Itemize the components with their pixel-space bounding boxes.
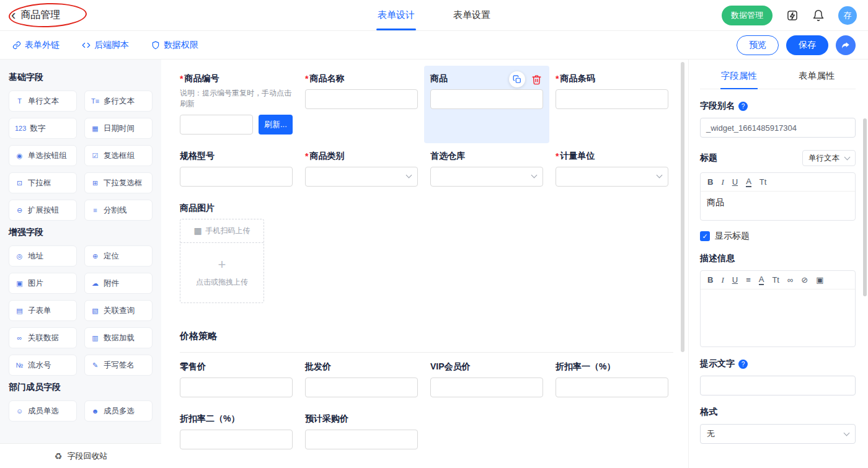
field-item-multi-line-text[interactable]: T≡多行文本 (84, 91, 153, 112)
font-color-icon[interactable]: A (759, 275, 764, 285)
widget-product-name[interactable]: *商品名称 (299, 66, 424, 143)
save-button[interactable]: 保存 (786, 35, 828, 55)
unlink-icon[interactable]: ⊘ (801, 276, 808, 284)
bold-icon[interactable]: B (707, 276, 713, 284)
widget-product-code[interactable]: *商品编号 说明：提示编号重复时，手动点击刷新 刷新... (174, 66, 299, 143)
format-select[interactable]: 无 (700, 424, 856, 444)
widget-product-image[interactable]: 商品图片 ▦ 手机扫码上传 + 点击或拖拽上传 (174, 195, 299, 312)
field-item-linked-data[interactable]: ∞关联数据 (9, 327, 77, 348)
refresh-button[interactable]: 刷新... (259, 115, 293, 135)
field-item-divider[interactable]: ≡分割线 (84, 200, 153, 221)
widget-wholesale-price[interactable]: 批发价 (299, 354, 424, 406)
vip-price-input[interactable] (430, 377, 543, 397)
help-icon[interactable]: ? (738, 102, 748, 111)
field-item-number[interactable]: 123数字 (9, 118, 77, 139)
field-item-serial-number[interactable]: №流水号 (9, 355, 77, 376)
hint-input[interactable] (700, 376, 856, 395)
scan-upload-button[interactable]: ▦ 手机扫码上传 (180, 219, 264, 243)
tab-form-settings[interactable]: 表单设置 (453, 0, 490, 30)
help-icon[interactable]: ? (738, 360, 748, 369)
widget-product-barcode[interactable]: *商品条码 (549, 66, 675, 143)
field-item-address[interactable]: ◎地址 (9, 245, 77, 267)
widget-type-select[interactable]: 单行文本 (802, 150, 856, 166)
automation-icon[interactable] (786, 9, 799, 22)
product-code-input[interactable] (180, 115, 253, 135)
field-item-location[interactable]: ⊕定位 (84, 245, 153, 267)
click-upload-button[interactable]: + 点击或拖拽上传 (180, 243, 264, 302)
widget-preferred-warehouse[interactable]: 首选仓库 (424, 143, 549, 195)
backend-script-link[interactable]: 后端脚本 (82, 40, 129, 51)
widget-discount-rate-1[interactable]: 折扣率一（%） (549, 354, 675, 406)
data-permission-link[interactable]: 数据权限 (151, 40, 198, 51)
font-size-icon[interactable]: Tt (772, 276, 779, 284)
field-item-signature[interactable]: ✎手写签名 (84, 355, 153, 376)
underline-icon[interactable]: U (732, 276, 738, 284)
field-item-extend-button[interactable]: ⊖扩展按钮 (9, 200, 77, 221)
product-category-select[interactable] (305, 167, 418, 187)
form-external-link[interactable]: 表单外链 (12, 40, 60, 51)
canvas-scrollbar[interactable] (681, 62, 684, 352)
field-item-single-line-text[interactable]: T单行文本 (9, 91, 77, 112)
field-item-linked-query[interactable]: ▧关联查询 (84, 300, 153, 321)
spec-model-input[interactable] (180, 167, 293, 187)
canvas-row-2: 规格型号 *商品类别 首选仓库 *计量单位 (174, 143, 676, 195)
field-item-subform[interactable]: ▤子表单 (9, 300, 77, 321)
preview-button[interactable]: 预览 (737, 35, 779, 55)
widget-product-selected[interactable]: 商品 (424, 66, 549, 143)
price-section[interactable]: 价格策略 (174, 330, 676, 342)
copy-widget-button[interactable] (509, 71, 525, 87)
tab-form-properties[interactable]: 表单属性 (778, 63, 856, 89)
back-icon[interactable]: ‹ (11, 9, 16, 22)
retail-price-input[interactable] (180, 377, 293, 397)
field-item-member-single[interactable]: ☺成员单选 (9, 400, 77, 422)
underline-icon[interactable]: U (732, 178, 738, 186)
wholesale-price-input[interactable] (305, 377, 418, 397)
widget-retail-price[interactable]: 零售价 (174, 354, 299, 406)
insert-image-icon[interactable]: ▣ (816, 276, 823, 284)
alias-input[interactable]: _widget_1661485917304 (700, 118, 856, 138)
field-recycle-bin[interactable]: ♻ 字段回收站 (0, 443, 161, 468)
italic-icon[interactable]: I (721, 178, 724, 186)
align-icon[interactable]: ≡ (746, 276, 751, 284)
field-item-image[interactable]: ▣图片 (9, 273, 77, 294)
widget-discount-rate-2[interactable]: 折扣率二（%） (174, 406, 299, 458)
widget-spec-model[interactable]: 规格型号 (174, 143, 299, 195)
product-input[interactable] (430, 89, 543, 109)
unit-select[interactable] (556, 167, 668, 187)
field-item-data-load[interactable]: ▥数据加载 (84, 327, 153, 348)
product-barcode-input[interactable] (556, 89, 668, 109)
divider-icon: ≡ (91, 206, 100, 214)
font-size-icon[interactable]: Tt (760, 178, 767, 186)
field-item-member-multi[interactable]: ☻成员多选 (84, 400, 153, 422)
widget-unit[interactable]: *计量单位 (549, 143, 675, 195)
product-name-input[interactable] (305, 89, 418, 109)
notification-bell-icon[interactable] (812, 9, 825, 22)
show-title-checkbox[interactable]: ✓ (700, 231, 710, 241)
field-item-multi-dropdown[interactable]: ⊞下拉复选框 (84, 172, 153, 193)
bold-icon[interactable]: B (707, 178, 713, 186)
title-editor-area[interactable]: 商品 (701, 192, 855, 220)
field-item-checkbox-group[interactable]: ☑复选框组 (84, 145, 153, 166)
widget-product-category[interactable]: *商品类别 (299, 143, 424, 195)
field-item-radio-group[interactable]: ◉单选按钮组 (9, 145, 77, 166)
italic-icon[interactable]: I (721, 276, 724, 284)
user-avatar[interactable]: 存 (838, 6, 857, 25)
tab-form-design[interactable]: 表单设计 (378, 0, 415, 30)
estimated-purchase-price-input[interactable] (305, 430, 418, 449)
delete-widget-button[interactable] (531, 74, 542, 85)
field-item-datetime[interactable]: ▦日期时间 (84, 118, 153, 139)
field-item-dropdown[interactable]: ⊡下拉框 (9, 172, 77, 193)
font-color-icon[interactable]: A (746, 177, 751, 187)
link-icon[interactable]: ∞ (787, 276, 793, 284)
discount-rate-2-input[interactable] (180, 430, 293, 449)
page-scrollbar[interactable] (863, 118, 867, 296)
preferred-warehouse-select[interactable] (430, 167, 543, 187)
share-button[interactable] (836, 35, 856, 55)
widget-estimated-purchase-price[interactable]: 预计采购价 (299, 406, 424, 458)
data-manage-button[interactable]: 数据管理 (722, 6, 773, 25)
widget-vip-price[interactable]: VIP会员价 (424, 354, 549, 406)
description-editor-area[interactable] (701, 289, 855, 347)
discount-rate-1-input[interactable] (556, 377, 668, 397)
field-item-attachment[interactable]: ☁附件 (84, 273, 153, 294)
tab-field-properties[interactable]: 字段属性 (700, 63, 778, 89)
